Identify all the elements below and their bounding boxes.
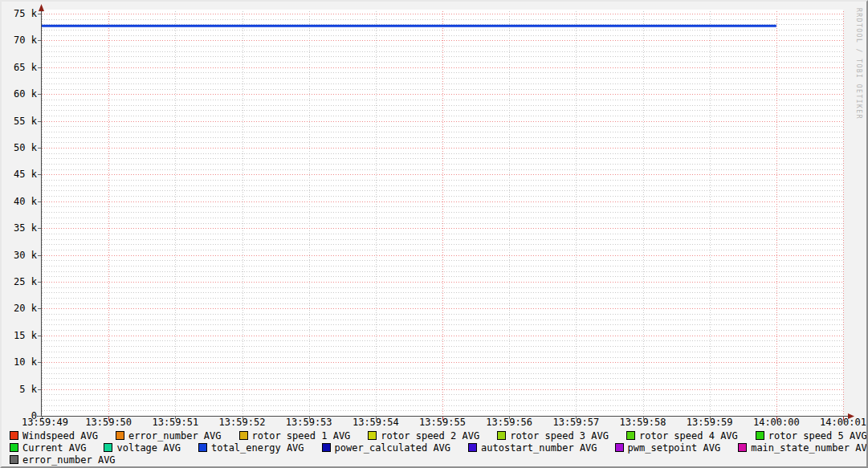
legend-swatch — [239, 431, 248, 440]
y-tick-label: 15 k — [3, 331, 37, 340]
legend-swatch — [738, 443, 747, 452]
legend-label: rotor speed 5 AVG — [768, 430, 867, 442]
y-tick-label: 75 k — [3, 9, 37, 18]
legend-item: error_number AVG — [10, 454, 116, 466]
legend-item: power_calculated AVG — [322, 442, 451, 454]
legend-item: error_number AVG — [116, 430, 222, 442]
x-tick-label: 13:59:51 — [152, 417, 198, 427]
legend-item: rotor speed 2 AVG — [368, 430, 479, 442]
x-tick-label: 13:59:58 — [620, 417, 666, 427]
legend-item: Current AVG — [10, 442, 86, 454]
x-tick-label: 13:59:55 — [419, 417, 466, 427]
legend-label: main_state_number AVG — [751, 442, 868, 454]
legend-swatch — [756, 431, 764, 440]
legend-item: Windspeed AVG — [10, 430, 98, 442]
legend-label: error_number AVG — [128, 430, 222, 442]
legend-label: error_number AVG — [22, 454, 116, 466]
y-tick-label: 20 k — [3, 303, 37, 313]
x-tick-label: 13:59:59 — [687, 417, 733, 427]
legend-item: rotor speed 1 AVG — [239, 430, 351, 442]
y-tick-label: 5 k — [3, 385, 37, 394]
legend-row: Current AVGvoltage AVGtotal_energy AVGpo… — [10, 442, 863, 454]
legend-swatch — [198, 443, 207, 452]
legend-row: Windspeed AVGerror_number AVGrotor speed… — [10, 429, 863, 442]
legend-swatch — [104, 443, 112, 452]
legend-swatch — [10, 443, 18, 452]
legend-label: autostart_number AVG — [481, 442, 597, 454]
y-tick-label: 40 k — [3, 197, 37, 206]
legend-label: pwm_setpoint AVG — [628, 442, 721, 454]
y-tick-label: 25 k — [3, 277, 37, 287]
x-tick-label: 13:59:57 — [552, 417, 599, 427]
legend-label: Windspeed AVG — [22, 430, 98, 442]
y-tick-label: 30 k — [3, 250, 37, 260]
x-tick-label: 14:00:00 — [753, 417, 800, 427]
x-tick-label: 13:59:54 — [352, 417, 399, 427]
x-tick-label: 14:00:01 — [820, 417, 866, 427]
y-tick-label: 45 k — [3, 169, 37, 179]
legend-swatch — [368, 431, 377, 440]
legend-label: rotor speed 3 AVG — [510, 430, 609, 442]
legend-label: total_energy AVG — [211, 442, 304, 454]
legend-label: rotor speed 2 AVG — [381, 430, 479, 442]
legend-swatch — [116, 431, 124, 440]
chart-canvas — [2, 2, 868, 468]
y-tick-label: 55 k — [3, 116, 37, 126]
legend: Windspeed AVGerror_number AVGrotor speed… — [10, 429, 863, 466]
x-tick-label: 13:59:50 — [85, 417, 132, 427]
legend-swatch — [497, 431, 506, 440]
legend-item: rotor speed 5 AVG — [756, 430, 867, 442]
x-tick-label: 13:59:53 — [286, 417, 332, 427]
legend-item: voltage AVG — [104, 442, 180, 454]
y-tick-label: 60 k — [3, 89, 37, 99]
legend-item: rotor speed 4 AVG — [626, 430, 738, 442]
legend-label: rotor speed 1 AVG — [252, 430, 351, 442]
legend-label: power_calculated AVG — [335, 442, 451, 454]
legend-swatch — [10, 431, 18, 440]
rrdtool-watermark: RRDTOOL / TOBI OETIKER — [855, 8, 862, 120]
rrdtool-graph: 75 k70 k65 k60 k55 k50 k45 k40 k35 k30 k… — [0, 0, 868, 468]
legend-label: Current AVG — [22, 442, 86, 454]
legend-item: rotor speed 3 AVG — [497, 430, 609, 442]
y-tick-label: 35 k — [3, 223, 37, 233]
legend-item: autostart_number AVG — [468, 442, 597, 454]
legend-swatch — [322, 443, 331, 452]
legend-swatch — [468, 443, 477, 452]
legend-label: rotor speed 4 AVG — [639, 430, 738, 442]
x-tick-label: 13:59:49 — [22, 417, 68, 427]
y-tick-label: 10 k — [3, 357, 37, 367]
y-tick-label: 50 k — [3, 143, 37, 153]
y-tick-label: 70 k — [3, 35, 37, 45]
x-tick-label: 13:59:52 — [219, 417, 266, 427]
legend-label: voltage AVG — [116, 442, 180, 454]
legend-swatch — [626, 431, 635, 440]
y-tick-label: 65 k — [3, 63, 37, 72]
legend-swatch — [615, 443, 624, 452]
legend-swatch — [10, 455, 18, 464]
legend-item: pwm_setpoint AVG — [615, 442, 721, 454]
legend-item: main_state_number AVG — [738, 442, 868, 454]
legend-item: total_energy AVG — [198, 442, 304, 454]
x-tick-label: 13:59:56 — [486, 417, 532, 427]
legend-row: error_number AVG — [10, 454, 863, 466]
